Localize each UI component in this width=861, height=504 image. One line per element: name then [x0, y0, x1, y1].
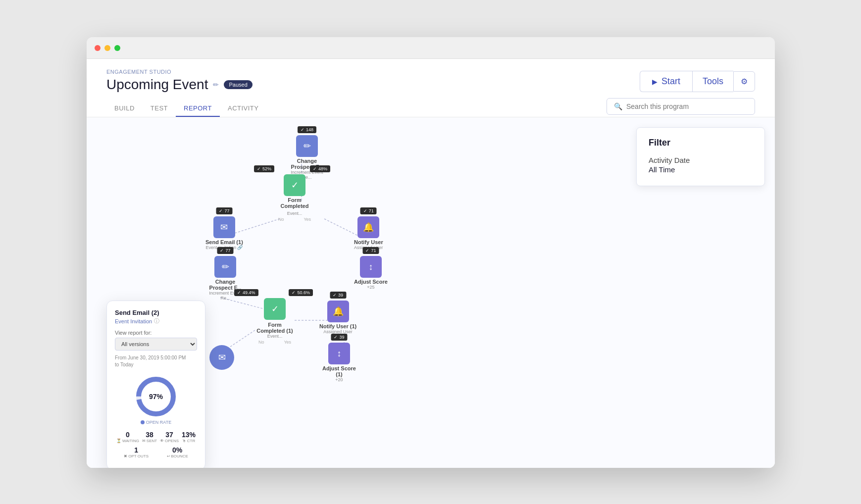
- node-adjust-score-1[interactable]: ✓71 ↕ Adjust Score +25: [354, 256, 388, 290]
- info-icon: ⓘ: [154, 317, 159, 325]
- minimize-button[interactable]: [104, 45, 110, 51]
- header: ENGAGEMENT STUDIO Upcoming Event ✏ Pause…: [87, 59, 775, 117]
- node-box-send1: ✉: [213, 216, 235, 238]
- header-right: ▶ Start Tools ⚙ 🔍: [607, 69, 755, 115]
- title-row: Upcoming Event ✏ Paused: [106, 77, 266, 93]
- stat-opens: 37 👁 OPENS: [160, 431, 179, 443]
- node-box-notify1: 🔔: [357, 216, 379, 238]
- stat-optouts: 1 ✖ OPT OUTS: [124, 446, 149, 458]
- node-change-prospect-1[interactable]: ✓148 ✏ Change Prospect F... Increment Ev…: [287, 135, 327, 180]
- badge-148: 148: [306, 127, 313, 132]
- activity-date-value: All Time: [649, 165, 753, 174]
- node-notify-user-1[interactable]: ✓71 🔔 Notify User Assigned User: [354, 216, 383, 250]
- tab-test[interactable]: TEST: [143, 101, 176, 117]
- close-button[interactable]: [95, 45, 101, 51]
- gear-icon: ⚙: [741, 77, 748, 86]
- node-box-adjust1: ↕: [360, 256, 382, 278]
- edit-icon[interactable]: ✏: [213, 81, 219, 89]
- breadcrumb: ENGAGEMENT STUDIO: [106, 69, 266, 75]
- date-range: From June 30, 2019 5:00:00 PMto Today: [115, 354, 197, 368]
- node-send-email-2-icon[interactable]: ✉: [209, 345, 234, 370]
- node-notify-user-2[interactable]: ✓39 🔔 Notify User (1) Assigned User: [319, 301, 356, 334]
- open-rate-label: OPEN RATE: [141, 420, 171, 425]
- node-box-adjust2: ↕: [328, 343, 350, 364]
- activity-date-label: Activity Date: [649, 156, 753, 164]
- node-box-change1: ✏: [296, 135, 318, 157]
- donut-chart: 97% OPEN RATE: [115, 374, 197, 425]
- stat-waiting: 0 ⏳ WAITING: [116, 431, 139, 443]
- settings-button[interactable]: ⚙: [733, 71, 755, 92]
- send-email-popup: Send Email (2) Event Invitation ⓘ View r…: [106, 301, 205, 468]
- node-box-form2: ✓: [264, 298, 286, 320]
- node-adjust-score-2[interactable]: ✓39 ↕ Adjust Score (1) +20: [319, 343, 359, 382]
- play-icon: ▶: [652, 78, 658, 86]
- view-report-label: View report for:: [115, 330, 197, 336]
- main-area: ✓148 ✏ Change Prospect F... Increment Ev…: [87, 117, 775, 468]
- svg-text:97%: 97%: [149, 393, 163, 401]
- stats-row-1: 0 ⏳ WAITING 38 ✉ SENT 37 👁 OPENS 13% 🖱 C…: [115, 431, 197, 443]
- node-box-change2: ✏: [214, 256, 236, 278]
- header-left: ENGAGEMENT STUDIO Upcoming Event ✏ Pause…: [106, 69, 266, 117]
- header-actions: ▶ Start Tools ⚙: [640, 71, 755, 92]
- stat-ctr: 13% 🖱 CTR: [182, 431, 196, 443]
- search-input[interactable]: [626, 102, 748, 110]
- main-window: ENGAGEMENT STUDIO Upcoming Event ✏ Pause…: [87, 37, 775, 468]
- titlebar: [87, 37, 775, 59]
- popup-subtitle: Event Invitation ⓘ: [115, 317, 197, 325]
- node-box-send2: ✉: [209, 345, 234, 370]
- version-select[interactable]: All versions: [115, 338, 197, 351]
- node-send-email-1[interactable]: ✓77 ✉ Send Email (1) Event Invitation 🔗: [205, 216, 243, 250]
- filter-panel: Filter Activity Date All Time: [636, 127, 765, 186]
- tab-bar: BUILD TEST REPORT ACTIVITY: [106, 101, 266, 117]
- node-box-notify2: 🔔: [327, 301, 349, 322]
- page-title: Upcoming Event: [106, 77, 208, 93]
- search-icon: 🔍: [614, 102, 622, 110]
- stat-sent: 38 ✉ SENT: [142, 431, 157, 443]
- tab-build[interactable]: BUILD: [106, 101, 143, 117]
- content-area: ENGAGEMENT STUDIO Upcoming Event ✏ Pause…: [87, 59, 775, 468]
- stat-bounce: 0% ↩ BOUNCE: [167, 446, 188, 458]
- node-box-form1: ✓: [284, 174, 305, 196]
- filter-activity-date: Activity Date All Time: [649, 156, 753, 174]
- tab-activity[interactable]: ACTIVITY: [220, 101, 267, 117]
- tab-report[interactable]: REPORT: [176, 101, 220, 117]
- tools-button[interactable]: Tools: [692, 71, 733, 92]
- start-button[interactable]: ▶ Start: [640, 71, 692, 92]
- maximize-button[interactable]: [114, 45, 120, 51]
- stats-row-2: 1 ✖ OPT OUTS 0% ↩ BOUNCE: [115, 446, 197, 458]
- node-form-completed-1[interactable]: ✓52% ✓48% ✓ Form Completed Event... No Y…: [275, 174, 314, 222]
- search-bar: 🔍: [607, 98, 755, 115]
- status-badge: Paused: [224, 80, 252, 89]
- popup-title: Send Email (2): [115, 309, 197, 316]
- filter-title: Filter: [649, 138, 753, 148]
- node-form-completed-2[interactable]: ✓49.4% ✓50.6% ✓ Form Completed (1) Event…: [255, 298, 295, 345]
